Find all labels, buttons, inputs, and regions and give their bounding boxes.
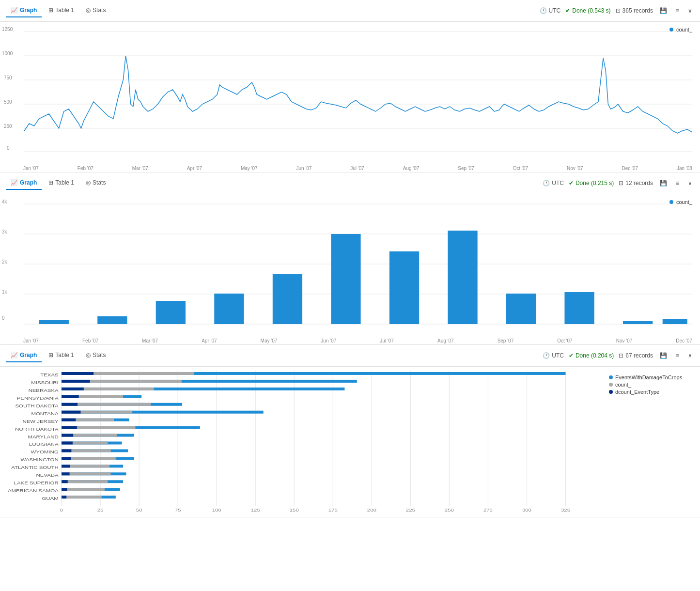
svg-text:75: 75 (175, 508, 181, 513)
chevron-up-3[interactable]: ∧ (686, 351, 694, 360)
svg-text:MONTANA: MONTANA (31, 411, 58, 416)
y2-label-4k: 4k (2, 199, 7, 204)
svg-rect-12 (97, 316, 127, 324)
svg-rect-104 (62, 496, 66, 498)
columns-button-2[interactable]: ≡ (674, 179, 681, 187)
tab-graph-3[interactable]: 📈 Graph (6, 349, 42, 362)
svg-rect-65 (62, 395, 79, 398)
x-jun07: Jun '07 (296, 166, 311, 171)
records-icon-2: ⊡ (619, 180, 623, 187)
x2-jun07: Jun '07 (321, 338, 336, 343)
save-button-1[interactable]: 💾 (658, 6, 669, 15)
x2-dec07: Dec '07 (676, 338, 692, 343)
bar-chart-area: count_ 4k 3k 2k 1k 0 (0, 194, 700, 344)
x2-aug07: Aug '07 (437, 338, 454, 343)
chevron-down-1[interactable]: ∨ (686, 6, 694, 15)
done-status-2: ✔ Done (0.215 s) (569, 180, 614, 187)
panel-3-right: 🕐 UTC ✔ Done (0.204 s) ⊡ 67 records 💾 ≡ … (543, 351, 694, 360)
svg-text:25: 25 (97, 508, 104, 513)
done-status-1: ✔ Done (0.543 s) (565, 7, 610, 14)
svg-rect-100 (62, 488, 105, 491)
graph-icon-2: 📈 (11, 179, 18, 186)
x-nov07: Nov '07 (567, 166, 583, 171)
x2-may07: May '07 (261, 338, 278, 343)
svg-rect-15 (273, 274, 302, 324)
tab-table-3[interactable]: ⊞ Table 1 (44, 349, 79, 362)
tab-graph-2[interactable]: 📈 Graph (6, 176, 42, 190)
chevron-down-2[interactable]: ∨ (686, 179, 694, 187)
svg-rect-71 (62, 411, 80, 414)
utc-status-1: 🕐 UTC (540, 7, 561, 14)
legend-item-3: dcount_EventType (609, 389, 694, 395)
columns-button-1[interactable]: ≡ (674, 6, 681, 15)
y2-label-3k: 3k (2, 229, 7, 234)
x2-apr07: Apr '07 (202, 338, 217, 343)
legend-dot-2 (669, 200, 673, 204)
svg-text:0: 0 (60, 508, 63, 513)
tab-table-2[interactable]: ⊞ Table 1 (44, 176, 79, 190)
y-label-1000: 1000 (2, 51, 13, 56)
svg-text:AMERICAN SAMOA: AMERICAN SAMOA (8, 488, 59, 493)
tab-stats-1[interactable]: ◎ Stats (81, 4, 110, 17)
svg-text:200: 200 (367, 508, 376, 513)
svg-text:275: 275 (483, 508, 493, 513)
svg-text:325: 325 (561, 508, 570, 513)
x-jan07: Jan '07 (23, 166, 39, 171)
svg-text:ATLANTIC SOUTH: ATLANTIC SOUTH (11, 465, 59, 470)
utc-icon-2: 🕐 (543, 180, 550, 187)
tab-stats-3[interactable]: ◎ Stats (81, 349, 110, 362)
svg-text:NEBRASKA: NEBRASKA (28, 388, 58, 393)
svg-rect-14 (214, 294, 244, 324)
y-label-0: 0 (7, 145, 10, 151)
legend-1: count_ (669, 27, 692, 32)
line-chart-svg (24, 27, 692, 157)
legend-3: EventsWithDamageToCrops count_ dcount_Ev… (603, 371, 700, 513)
svg-rect-18 (448, 231, 477, 324)
done-icon-3: ✔ (569, 352, 574, 359)
svg-text:MARYLAND: MARYLAND (28, 435, 58, 439)
legend-dot-3a (609, 375, 613, 379)
x2-feb07: Feb '07 (82, 338, 98, 343)
table-icon-1: ⊞ (48, 7, 53, 14)
x2-jul07: Jul '07 (380, 338, 394, 343)
table-icon-3: ⊞ (48, 352, 53, 358)
svg-rect-77 (62, 426, 77, 429)
save-button-2[interactable]: 💾 (658, 179, 669, 187)
graph-icon-3: 📈 (11, 352, 18, 358)
graph-icon-1: 📈 (11, 7, 18, 14)
svg-rect-19 (506, 294, 536, 324)
utc-icon-3: 🕐 (543, 352, 550, 359)
records-2: ⊡ 12 records (619, 180, 653, 187)
svg-rect-21 (623, 321, 653, 324)
panel-1: 📈 Graph ⊞ Table 1 ◎ Stats 🕐 UTC ✔ Done (… (0, 0, 700, 172)
svg-text:NEW JERSEY: NEW JERSEY (22, 419, 58, 424)
svg-text:WASHINGTON: WASHINGTON (21, 458, 59, 463)
panel-2-right: 🕐 UTC ✔ Done (0.215 s) ⊡ 12 records 💾 ≡ … (543, 179, 694, 187)
tab-stats-2[interactable]: ◎ Stats (81, 176, 110, 190)
svg-text:250: 250 (445, 508, 454, 513)
svg-text:225: 225 (406, 508, 415, 513)
svg-text:SOUTH DAKOTA: SOUTH DAKOTA (15, 404, 58, 408)
tab-graph-1[interactable]: 📈 Graph (6, 4, 42, 17)
svg-rect-83 (62, 442, 73, 445)
done-icon-1: ✔ (565, 7, 570, 14)
svg-rect-68 (62, 403, 78, 406)
svg-text:GUAM: GUAM (42, 496, 58, 501)
svg-rect-101 (62, 488, 67, 491)
svg-rect-103 (62, 496, 102, 498)
svg-rect-74 (62, 419, 76, 421)
records-icon-1: ⊡ (616, 7, 621, 14)
save-button-3[interactable]: 💾 (658, 351, 669, 360)
svg-rect-89 (62, 457, 71, 460)
svg-rect-13 (156, 301, 186, 324)
panel-1-right: 🕐 UTC ✔ Done (0.543 s) ⊡ 365 records 💾 ≡… (540, 6, 694, 15)
svg-text:LAKE SUPERIOR: LAKE SUPERIOR (14, 481, 59, 485)
y-label-750: 750 (4, 75, 12, 80)
done-status-3: ✔ Done (0.204 s) (569, 352, 614, 359)
svg-text:TEXAS: TEXAS (40, 373, 59, 377)
horizontal-chart-area: TEXAS MISSOURI NEBRASKA PENNSYLVANIA SOU… (0, 371, 603, 513)
svg-rect-86 (62, 449, 71, 452)
tab-table-1[interactable]: ⊞ Table 1 (44, 4, 79, 17)
columns-button-3[interactable]: ≡ (674, 351, 681, 360)
panel-2: 📈 Graph ⊞ Table 1 ◎ Stats 🕐 UTC ✔ Done (… (0, 172, 700, 345)
